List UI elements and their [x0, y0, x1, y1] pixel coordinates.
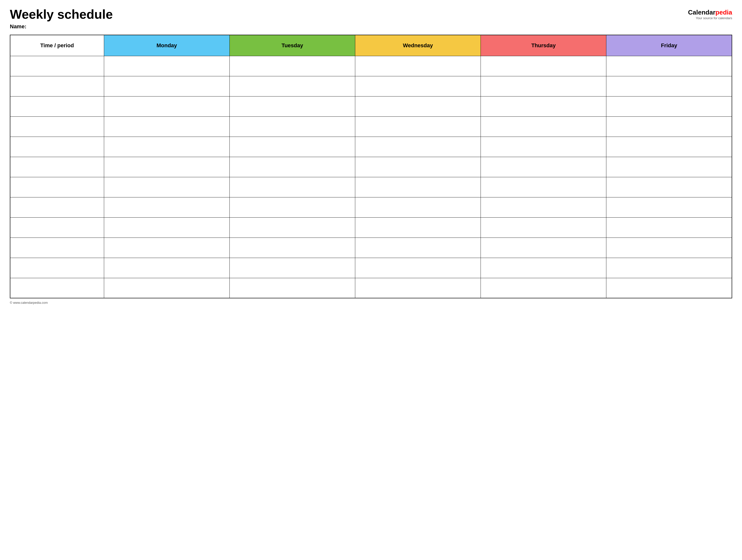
cell-row6-tuesday[interactable] — [229, 157, 355, 177]
table-row — [10, 258, 732, 278]
cell-row4-monday[interactable] — [104, 116, 229, 136]
table-row — [10, 96, 732, 116]
cell-row8-tuesday[interactable] — [229, 197, 355, 217]
footer-text: © www.calendarpedia.com — [10, 301, 48, 304]
cell-row5-monday[interactable] — [104, 136, 229, 157]
cell-row9-thursday[interactable] — [481, 217, 606, 237]
page-wrapper: Weekly schedule Name: Calendarpedia Your… — [10, 7, 732, 304]
cell-row5-time[interactable] — [10, 136, 104, 157]
cell-row7-thursday[interactable] — [481, 177, 606, 197]
cell-row2-tuesday[interactable] — [229, 76, 355, 96]
cell-row3-time[interactable] — [10, 96, 104, 116]
cell-row5-thursday[interactable] — [481, 136, 606, 157]
cell-row12-time[interactable] — [10, 278, 104, 298]
cell-row11-monday[interactable] — [104, 258, 229, 278]
cell-row1-monday[interactable] — [104, 56, 229, 76]
col-header-thursday: Thursday — [481, 35, 606, 56]
title-section: Weekly schedule Name: — [10, 7, 113, 30]
cell-row4-wednesday[interactable] — [355, 116, 481, 136]
table-body — [10, 56, 732, 298]
col-header-friday: Friday — [606, 35, 732, 56]
cell-row4-friday[interactable] — [606, 116, 732, 136]
cell-row8-wednesday[interactable] — [355, 197, 481, 217]
cell-row11-wednesday[interactable] — [355, 258, 481, 278]
cell-row1-thursday[interactable] — [481, 56, 606, 76]
table-row — [10, 136, 732, 157]
cell-row9-tuesday[interactable] — [229, 217, 355, 237]
cell-row4-thursday[interactable] — [481, 116, 606, 136]
cell-row10-monday[interactable] — [104, 237, 229, 258]
col-header-monday: Monday — [104, 35, 229, 56]
table-row — [10, 197, 732, 217]
cell-row10-friday[interactable] — [606, 237, 732, 258]
cell-row3-wednesday[interactable] — [355, 96, 481, 116]
cell-row12-friday[interactable] — [606, 278, 732, 298]
table-row — [10, 157, 732, 177]
cell-row2-thursday[interactable] — [481, 76, 606, 96]
table-row — [10, 76, 732, 96]
col-header-wednesday: Wednesday — [355, 35, 481, 56]
cell-row7-monday[interactable] — [104, 177, 229, 197]
cell-row6-monday[interactable] — [104, 157, 229, 177]
cell-row4-time[interactable] — [10, 116, 104, 136]
cell-row11-tuesday[interactable] — [229, 258, 355, 278]
cell-row6-thursday[interactable] — [481, 157, 606, 177]
cell-row1-time[interactable] — [10, 56, 104, 76]
cell-row9-time[interactable] — [10, 217, 104, 237]
cell-row11-friday[interactable] — [606, 258, 732, 278]
logo-section: Calendarpedia Your source for calendars — [688, 9, 732, 20]
cell-row5-wednesday[interactable] — [355, 136, 481, 157]
cell-row12-monday[interactable] — [104, 278, 229, 298]
logo-text: Calendarpedia — [688, 9, 732, 16]
schedule-table: Time / period Monday Tuesday Wednesday T… — [10, 35, 732, 298]
cell-row9-friday[interactable] — [606, 217, 732, 237]
cell-row1-tuesday[interactable] — [229, 56, 355, 76]
cell-row7-tuesday[interactable] — [229, 177, 355, 197]
cell-row3-thursday[interactable] — [481, 96, 606, 116]
cell-row7-friday[interactable] — [606, 177, 732, 197]
cell-row1-friday[interactable] — [606, 56, 732, 76]
cell-row4-tuesday[interactable] — [229, 116, 355, 136]
header: Weekly schedule Name: Calendarpedia Your… — [10, 7, 732, 30]
footer: © www.calendarpedia.com — [10, 301, 732, 304]
table-row — [10, 116, 732, 136]
logo-pedia: pedia — [716, 9, 732, 16]
name-label: Name: — [10, 23, 113, 30]
cell-row8-friday[interactable] — [606, 197, 732, 217]
cell-row5-tuesday[interactable] — [229, 136, 355, 157]
cell-row5-friday[interactable] — [606, 136, 732, 157]
cell-row2-time[interactable] — [10, 76, 104, 96]
logo-calendar: Calendar — [688, 9, 716, 16]
cell-row7-wednesday[interactable] — [355, 177, 481, 197]
cell-row2-monday[interactable] — [104, 76, 229, 96]
cell-row11-thursday[interactable] — [481, 258, 606, 278]
col-header-tuesday: Tuesday — [229, 35, 355, 56]
cell-row10-time[interactable] — [10, 237, 104, 258]
cell-row10-tuesday[interactable] — [229, 237, 355, 258]
table-row — [10, 278, 732, 298]
cell-row11-time[interactable] — [10, 258, 104, 278]
cell-row8-time[interactable] — [10, 197, 104, 217]
cell-row6-wednesday[interactable] — [355, 157, 481, 177]
cell-row7-time[interactable] — [10, 177, 104, 197]
col-header-time: Time / period — [10, 35, 104, 56]
table-row — [10, 217, 732, 237]
cell-row10-thursday[interactable] — [481, 237, 606, 258]
cell-row6-friday[interactable] — [606, 157, 732, 177]
cell-row6-time[interactable] — [10, 157, 104, 177]
cell-row3-tuesday[interactable] — [229, 96, 355, 116]
cell-row2-wednesday[interactable] — [355, 76, 481, 96]
cell-row2-friday[interactable] — [606, 76, 732, 96]
cell-row8-thursday[interactable] — [481, 197, 606, 217]
cell-row12-wednesday[interactable] — [355, 278, 481, 298]
cell-row12-thursday[interactable] — [481, 278, 606, 298]
cell-row1-wednesday[interactable] — [355, 56, 481, 76]
cell-row9-wednesday[interactable] — [355, 217, 481, 237]
cell-row3-friday[interactable] — [606, 96, 732, 116]
cell-row9-monday[interactable] — [104, 217, 229, 237]
cell-row8-monday[interactable] — [104, 197, 229, 217]
cell-row3-monday[interactable] — [104, 96, 229, 116]
page-title: Weekly schedule — [10, 7, 113, 21]
cell-row12-tuesday[interactable] — [229, 278, 355, 298]
cell-row10-wednesday[interactable] — [355, 237, 481, 258]
